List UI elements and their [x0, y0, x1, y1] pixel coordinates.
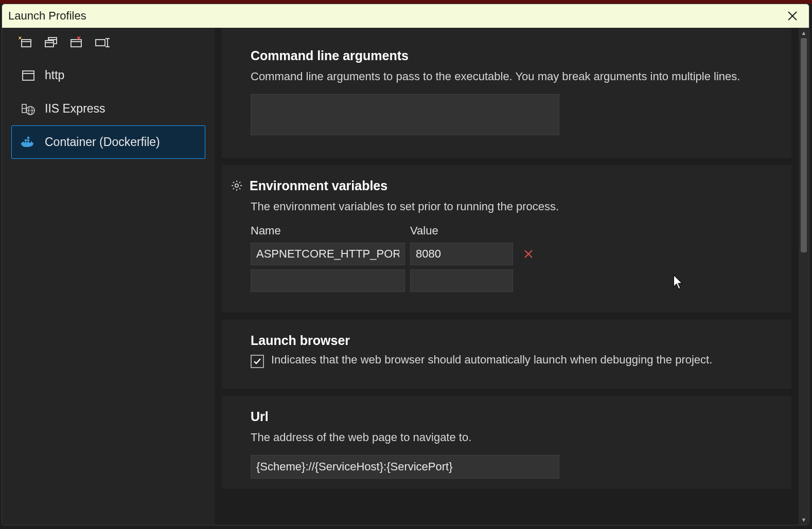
cmdline-desc: Command line arguments to pass to the ex…	[251, 68, 775, 85]
env-title: Environment variables	[250, 178, 387, 193]
sidebar-toolbar	[2, 31, 215, 59]
env-name-cell[interactable]	[251, 269, 405, 292]
scroll-down-button[interactable]: ▼	[799, 515, 809, 525]
profile-item-http[interactable]: http	[11, 59, 205, 92]
env-value-cell[interactable]	[410, 269, 513, 292]
main-panel: Command line arguments Command line argu…	[215, 28, 809, 525]
profile-list: http IIS Express	[2, 59, 215, 159]
env-value-cell[interactable]	[410, 243, 513, 265]
launch-browser-desc: Indicates that the web browser should au…	[271, 353, 712, 367]
url-input[interactable]	[251, 455, 559, 479]
section-url: Url The address of the web page to navig…	[222, 396, 791, 489]
globe-icon	[21, 103, 36, 115]
launch-profiles-dialog: Launch Profiles	[2, 4, 809, 525]
env-value-input[interactable]	[416, 274, 507, 287]
section-launch-browser: Launch browser Indicates that the web br…	[222, 320, 791, 389]
scroll-track[interactable]	[799, 38, 809, 515]
duplicate-profile-button[interactable]	[43, 36, 59, 48]
window-icon	[21, 70, 36, 81]
cmdline-title: Command line arguments	[251, 48, 775, 63]
svg-rect-24	[25, 139, 27, 141]
env-table: Name Value	[251, 224, 775, 292]
scrollbar[interactable]: ▲ ▼	[799, 28, 809, 525]
new-profile-button[interactable]	[17, 36, 33, 48]
env-delete-button[interactable]	[518, 249, 539, 259]
env-col-name: Name	[251, 224, 405, 239]
new-profile-icon	[19, 37, 32, 48]
gear-icon	[230, 179, 243, 192]
delete-icon	[523, 249, 534, 259]
titlebar: Launch Profiles	[2, 4, 809, 28]
svg-rect-2	[22, 40, 31, 47]
duplicate-profile-icon	[44, 37, 58, 48]
section-env: Environment variables The environment va…	[222, 165, 791, 313]
profile-label: Container (Dockerfile)	[45, 135, 160, 149]
profile-label: IIS Express	[45, 102, 105, 116]
env-col-value: Value	[410, 224, 513, 239]
env-desc: The environment variables to set prior t…	[251, 198, 775, 215]
svg-rect-26	[27, 137, 29, 139]
launch-browser-checkbox[interactable]	[251, 355, 264, 368]
check-icon	[253, 357, 262, 366]
env-value-input[interactable]	[416, 247, 507, 261]
url-title: Url	[251, 409, 775, 424]
launch-browser-title: Launch browser	[251, 333, 775, 348]
close-icon	[787, 10, 798, 22]
profile-item-container[interactable]: Container (Dockerfile)	[11, 125, 205, 159]
env-name-cell[interactable]	[251, 243, 405, 265]
svg-rect-8	[71, 40, 81, 47]
delete-profile-icon	[70, 37, 83, 48]
profile-item-iis-express[interactable]: IIS Express	[11, 92, 205, 125]
cmdline-input[interactable]	[251, 94, 559, 135]
rename-profile-button[interactable]	[95, 36, 110, 48]
scroll-thumb[interactable]	[801, 38, 807, 252]
env-name-input[interactable]	[256, 274, 399, 287]
sidebar: http IIS Express	[2, 28, 215, 525]
scroll-up-button[interactable]: ▲	[799, 28, 809, 38]
rename-profile-icon	[95, 37, 110, 48]
section-cmdline: Command line arguments Command line argu…	[222, 28, 791, 158]
env-name-input[interactable]	[256, 247, 399, 261]
svg-point-27	[235, 184, 238, 187]
svg-rect-10	[96, 40, 105, 46]
profile-label: http	[45, 68, 64, 82]
close-button[interactable]	[782, 6, 803, 26]
delete-profile-button[interactable]	[69, 36, 84, 48]
docker-icon	[21, 137, 36, 148]
svg-rect-25	[27, 139, 29, 141]
svg-rect-14	[23, 71, 34, 80]
dialog-title: Launch Profiles	[8, 9, 782, 23]
url-desc: The address of the web page to navigate …	[251, 429, 775, 446]
svg-rect-6	[45, 41, 54, 47]
